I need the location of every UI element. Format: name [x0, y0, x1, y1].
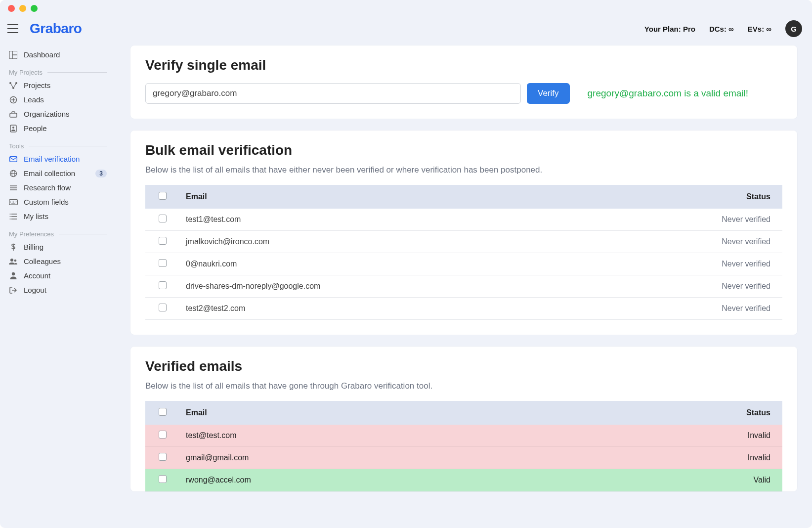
verified-select-all-checkbox[interactable] [159, 408, 167, 416]
row-checkbox[interactable] [159, 281, 167, 289]
sidebar-item-label: Projects [24, 81, 50, 89]
window-titlebar [0, 0, 812, 17]
row-email: test@test.com [180, 425, 570, 447]
main-content: Verify single email Verify gregory@graba… [116, 41, 812, 528]
account-icon [9, 272, 18, 280]
row-status: Never verified [594, 209, 782, 231]
verified-table: Email Status test@test.com Invalid gmail [145, 401, 782, 491]
row-checkbox[interactable] [159, 237, 167, 245]
table-row: rwong@accel.com Valid [145, 469, 782, 491]
list-icon [9, 213, 18, 220]
bulk-table: Email Status test1@test.com Never verifi… [145, 185, 782, 320]
close-window-button[interactable] [8, 5, 15, 12]
keyboard-icon [9, 199, 18, 205]
row-email: rwong@accel.com [180, 469, 570, 491]
table-row: test@test.com Invalid [145, 425, 782, 447]
bulk-verification-card: Bulk email verification Below is the lis… [130, 131, 797, 335]
row-email: test2@test2.com [180, 298, 594, 320]
sidebar-item-my-lists[interactable]: My lists [5, 209, 111, 223]
table-row: test1@test.com Never verified [145, 209, 782, 231]
bulk-col-status: Status [594, 185, 782, 209]
avatar[interactable]: G [785, 20, 802, 37]
table-row: jmalkovich@ironco.com Never verified [145, 231, 782, 253]
row-checkbox[interactable] [159, 259, 167, 267]
verify-button[interactable]: Verify [527, 83, 570, 104]
row-checkbox[interactable] [159, 215, 167, 222]
svg-point-14 [10, 219, 11, 220]
row-status: Never verified [594, 253, 782, 275]
email-collection-badge: 3 [95, 170, 107, 177]
svg-point-13 [10, 216, 11, 217]
dollar-icon [9, 243, 18, 251]
sidebar: Dashboard My Projects Projects Leads [0, 41, 116, 528]
sidebar-item-email-verification[interactable]: Email verification [5, 152, 111, 166]
sidebar-item-label: Colleagues [24, 257, 61, 265]
sidebar-item-colleagues[interactable]: Colleagues [5, 254, 111, 268]
sidebar-item-label: Dashboard [24, 50, 60, 59]
row-status: Never verified [594, 275, 782, 298]
svg-point-12 [10, 214, 11, 215]
table-row: 0@naukri.com Never verified [145, 253, 782, 275]
row-email: gmail@gmail.com [180, 447, 570, 469]
verify-result-text: gregory@grabaro.com is a valid email! [588, 88, 749, 99]
row-email: jmalkovich@ironco.com [180, 231, 594, 253]
maximize-window-button[interactable] [31, 5, 38, 12]
sidebar-item-leads[interactable]: Leads [5, 92, 111, 107]
menu-toggle-button[interactable] [6, 22, 20, 36]
svg-rect-11 [9, 199, 18, 205]
organizations-icon [9, 111, 18, 118]
sidebar-item-dashboard[interactable]: Dashboard [5, 47, 111, 62]
row-email: drive-shares-dm-noreply@google.com [180, 275, 594, 298]
leads-icon [9, 96, 18, 104]
sidebar-item-label: Email verification [24, 155, 80, 163]
sidebar-item-label: My lists [24, 212, 48, 220]
row-checkbox[interactable] [159, 475, 167, 483]
bulk-col-email: Email [180, 185, 594, 209]
svg-point-7 [12, 127, 14, 129]
sidebar-item-billing[interactable]: Billing [5, 240, 111, 254]
sidebar-item-people[interactable]: People [5, 121, 111, 135]
verify-email-input[interactable] [145, 83, 521, 104]
sidebar-item-label: Research flow [24, 183, 71, 192]
sidebar-item-account[interactable]: Account [5, 268, 111, 283]
svg-rect-5 [10, 113, 17, 117]
svg-point-17 [12, 272, 15, 275]
sidebar-item-label: Organizations [24, 110, 70, 118]
sidebar-item-organizations[interactable]: Organizations [5, 107, 111, 121]
row-email: test1@test.com [180, 209, 594, 231]
people-icon [9, 125, 18, 132]
sidebar-item-email-collection[interactable]: Email collection 3 [5, 166, 111, 180]
minimize-window-button[interactable] [19, 5, 26, 12]
row-status: Never verified [594, 231, 782, 253]
bulk-title: Bulk email verification [145, 142, 782, 158]
app-logo[interactable]: Grabaro [30, 21, 82, 37]
table-row: test2@test2.com Never verified [145, 298, 782, 320]
projects-icon [9, 82, 18, 89]
dashboard-icon [9, 51, 18, 59]
row-status: Invalid [570, 425, 782, 447]
sidebar-item-label: Billing [24, 243, 43, 251]
verify-single-title: Verify single email [145, 57, 782, 73]
plan-label: Your Plan: Pro [644, 25, 695, 33]
sidebar-item-label: Leads [24, 95, 44, 104]
logout-icon [9, 287, 18, 294]
row-status: Never verified [594, 298, 782, 320]
sidebar-item-logout[interactable]: Logout [5, 283, 111, 297]
row-checkbox[interactable] [159, 453, 167, 461]
row-checkbox[interactable] [159, 431, 167, 439]
sidebar-item-label: Account [24, 271, 50, 280]
bulk-select-all-checkbox[interactable] [159, 192, 167, 200]
svg-point-15 [10, 259, 13, 262]
sidebar-item-research-flow[interactable]: Research flow [5, 180, 111, 195]
table-row: drive-shares-dm-noreply@google.com Never… [145, 275, 782, 298]
bulk-description: Below is the list of all emails that hav… [145, 165, 782, 175]
sidebar-item-projects[interactable]: Projects [5, 78, 111, 92]
evs-counter: EVs: ∞ [748, 25, 771, 33]
table-row: gmail@gmail.com Invalid [145, 447, 782, 469]
sidebar-item-label: Custom fields [24, 198, 69, 206]
row-checkbox[interactable] [159, 304, 167, 311]
hamburger-icon [7, 24, 18, 33]
sidebar-item-custom-fields[interactable]: Custom fields [5, 195, 111, 209]
svg-point-16 [14, 259, 17, 262]
verified-col-email: Email [180, 401, 570, 425]
